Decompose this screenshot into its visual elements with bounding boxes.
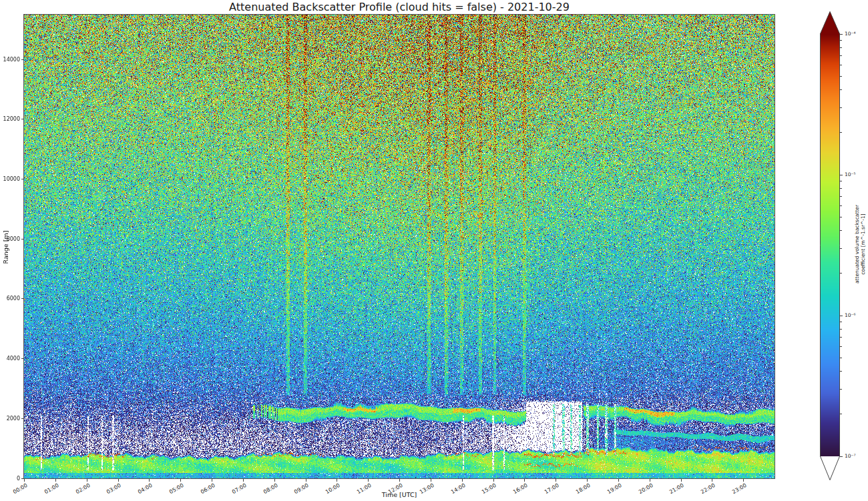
y-axis-label: Range [m] — [2, 207, 11, 288]
colorbar-minor-tick-mark — [840, 217, 842, 217]
x-tick-mark — [306, 479, 306, 482]
x-tick-mark — [681, 479, 682, 482]
colorbar-minor-tick-mark — [840, 371, 842, 372]
x-tick-mark — [618, 479, 619, 482]
heatmap-canvas — [24, 15, 775, 478]
x-tick-mark — [524, 479, 525, 482]
colorbar-minor-tick-mark — [840, 89, 842, 90]
y-tick-label: 6000 — [0, 296, 20, 302]
x-tick-mark — [212, 479, 212, 482]
figure: Attenuated Backscatter Profile (cloud hi… — [0, 0, 868, 501]
colorbar-tick-label: 10⁻⁴ — [845, 31, 856, 37]
colorbar-canvas — [820, 11, 840, 481]
colorbar-minor-tick-mark — [840, 329, 842, 330]
x-tick-mark — [743, 479, 744, 482]
x-tick-mark — [587, 479, 588, 482]
y-tick-mark — [21, 239, 24, 239]
y-tick-label: 14000 — [0, 57, 20, 63]
x-tick-mark — [87, 479, 87, 482]
colorbar-minor-tick-mark — [840, 181, 842, 181]
colorbar-minor-tick-mark — [840, 414, 842, 414]
x-tick-mark — [556, 479, 556, 482]
colorbar-minor-tick-mark — [840, 76, 842, 77]
x-tick-mark — [462, 479, 463, 482]
y-tick-label: 4000 — [0, 356, 20, 362]
y-tick-mark — [21, 179, 24, 179]
colorbar-label-line2: coefficient [m^-1.sr^-1] — [860, 213, 866, 275]
x-tick-mark — [180, 479, 181, 482]
colorbar-minor-tick-mark — [840, 188, 842, 189]
colorbar-minor-tick-mark — [840, 322, 842, 322]
colorbar-minor-tick-mark — [840, 196, 842, 197]
x-tick-mark — [399, 479, 400, 482]
y-tick-label: 2000 — [0, 416, 20, 422]
colorbar-minor-tick-mark — [840, 40, 842, 41]
x-tick-mark — [337, 479, 337, 482]
colorbar-tick-label: 10⁻⁵ — [845, 172, 856, 177]
x-tick-mark — [149, 479, 150, 482]
x-tick-mark — [368, 479, 369, 482]
colorbar-label: attenuated volume backscatter coefficien… — [854, 194, 867, 294]
colorbar-minor-tick-mark — [840, 47, 842, 48]
x-tick-mark — [118, 479, 119, 482]
x-tick-mark — [493, 479, 494, 482]
y-tick-mark — [21, 418, 24, 419]
y-tick-label: 10000 — [0, 176, 20, 182]
x-tick-mark — [243, 479, 244, 482]
x-axis-label: Time [UTC] — [24, 491, 775, 498]
x-tick-mark — [274, 479, 275, 482]
x-tick-mark — [650, 479, 650, 482]
colorbar-tick-label: 10⁻⁷ — [845, 454, 856, 459]
colorbar-tick-mark — [840, 456, 843, 457]
colorbar-minor-tick-mark — [840, 273, 842, 274]
colorbar-minor-tick-mark — [840, 132, 842, 133]
colorbar-label-line1: attenuated volume backscatter — [854, 205, 860, 284]
colorbar-minor-tick-mark — [840, 205, 842, 206]
colorbar-tick-label: 10⁻⁶ — [845, 313, 856, 318]
colorbar-minor-tick-mark — [840, 358, 842, 358]
colorbar-minor-tick-mark — [840, 55, 842, 56]
colorbar-minor-tick-mark — [840, 346, 842, 347]
chart-title: Attenuated Backscatter Profile (cloud hi… — [24, 1, 775, 13]
y-tick-mark — [21, 59, 24, 60]
y-tick-mark — [21, 298, 24, 299]
colorbar-tick-mark — [840, 175, 843, 175]
colorbar-minor-tick-mark — [840, 65, 842, 65]
x-tick-mark — [712, 479, 712, 482]
colorbar-minor-tick-mark — [840, 107, 842, 108]
colorbar-minor-tick-mark — [840, 389, 842, 390]
colorbar-minor-tick-mark — [840, 230, 842, 231]
y-tick-label: 12000 — [0, 116, 20, 122]
colorbar-tick-mark — [840, 34, 843, 35]
colorbar-minor-tick-mark — [840, 248, 842, 249]
x-tick-mark — [24, 479, 25, 482]
colorbar-minor-tick-mark — [840, 337, 842, 338]
x-tick-mark — [431, 479, 431, 482]
y-tick-label: 0 — [0, 476, 20, 482]
colorbar-tick-mark — [840, 316, 843, 316]
y-tick-mark — [21, 119, 24, 119]
y-tick-mark — [21, 358, 24, 359]
x-tick-mark — [55, 479, 56, 482]
